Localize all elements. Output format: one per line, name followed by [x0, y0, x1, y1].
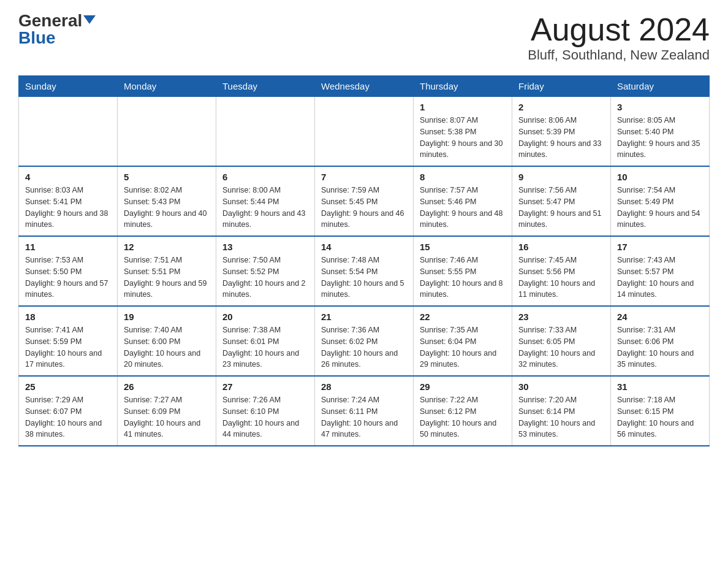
week-row-3: 11Sunrise: 7:53 AM Sunset: 5:50 PM Dayli… [19, 236, 710, 306]
calendar-cell [19, 97, 118, 167]
header-thursday: Thursday [414, 76, 512, 97]
page-subtitle: Bluff, Southland, New Zealand [528, 47, 710, 63]
title-block: August 2024 Bluff, Southland, New Zealan… [528, 12, 710, 63]
day-number: 26 [124, 381, 210, 392]
day-info: Sunrise: 7:43 AM Sunset: 5:57 PM Dayligh… [617, 255, 703, 301]
day-number: 21 [321, 312, 407, 322]
logo-triangle-icon [83, 15, 96, 24]
day-info: Sunrise: 7:27 AM Sunset: 6:09 PM Dayligh… [124, 394, 210, 440]
calendar-cell: 20Sunrise: 7:38 AM Sunset: 6:01 PM Dayli… [216, 306, 315, 376]
day-number: 10 [617, 172, 703, 182]
header-wednesday: Wednesday [315, 76, 414, 97]
calendar-cell: 19Sunrise: 7:40 AM Sunset: 6:00 PM Dayli… [118, 306, 216, 376]
day-number: 27 [222, 381, 308, 392]
day-number: 8 [420, 172, 506, 182]
day-number: 24 [617, 312, 703, 322]
page-header: General Blue August 2024 Bluff, Southlan… [18, 12, 710, 63]
day-number: 5 [124, 172, 210, 182]
calendar-cell: 26Sunrise: 7:27 AM Sunset: 6:09 PM Dayli… [118, 376, 216, 446]
day-info: Sunrise: 7:50 AM Sunset: 5:52 PM Dayligh… [222, 255, 308, 301]
day-number: 12 [124, 242, 210, 252]
calendar-cell: 4Sunrise: 8:03 AM Sunset: 5:41 PM Daylig… [19, 166, 118, 236]
calendar-cell: 21Sunrise: 7:36 AM Sunset: 6:02 PM Dayli… [315, 306, 414, 376]
week-row-4: 18Sunrise: 7:41 AM Sunset: 5:59 PM Dayli… [19, 306, 710, 376]
calendar-cell: 30Sunrise: 7:20 AM Sunset: 6:14 PM Dayli… [512, 376, 611, 446]
day-number: 9 [518, 172, 604, 182]
day-info: Sunrise: 7:18 AM Sunset: 6:15 PM Dayligh… [617, 394, 703, 440]
day-number: 30 [518, 381, 604, 392]
day-info: Sunrise: 8:03 AM Sunset: 5:41 PM Dayligh… [25, 185, 111, 231]
calendar-cell: 10Sunrise: 7:54 AM Sunset: 5:49 PM Dayli… [611, 166, 710, 236]
calendar-cell: 15Sunrise: 7:46 AM Sunset: 5:55 PM Dayli… [414, 236, 512, 306]
day-number: 13 [222, 242, 308, 252]
calendar-cell: 31Sunrise: 7:18 AM Sunset: 6:15 PM Dayli… [611, 376, 710, 446]
day-info: Sunrise: 7:57 AM Sunset: 5:46 PM Dayligh… [420, 185, 506, 231]
calendar-cell: 8Sunrise: 7:57 AM Sunset: 5:46 PM Daylig… [414, 166, 512, 236]
calendar-cell: 5Sunrise: 8:02 AM Sunset: 5:43 PM Daylig… [118, 166, 216, 236]
calendar-cell: 14Sunrise: 7:48 AM Sunset: 5:54 PM Dayli… [315, 236, 414, 306]
day-number: 29 [420, 381, 506, 392]
logo-general-text: General [18, 12, 82, 29]
day-number: 11 [25, 242, 111, 252]
calendar-cell: 3Sunrise: 8:05 AM Sunset: 5:40 PM Daylig… [611, 97, 710, 167]
calendar-cell [315, 97, 414, 167]
calendar-cell: 28Sunrise: 7:24 AM Sunset: 6:11 PM Dayli… [315, 376, 414, 446]
calendar-cell: 11Sunrise: 7:53 AM Sunset: 5:50 PM Dayli… [19, 236, 118, 306]
header-sunday: Sunday [19, 76, 118, 97]
day-number: 16 [518, 242, 604, 252]
calendar-cell [118, 97, 216, 167]
day-info: Sunrise: 7:29 AM Sunset: 6:07 PM Dayligh… [25, 394, 111, 440]
day-number: 7 [321, 172, 407, 182]
day-number: 6 [222, 172, 308, 182]
calendar-cell: 17Sunrise: 7:43 AM Sunset: 5:57 PM Dayli… [611, 236, 710, 306]
calendar-cell: 1Sunrise: 8:07 AM Sunset: 5:38 PM Daylig… [414, 97, 512, 167]
day-info: Sunrise: 7:45 AM Sunset: 5:56 PM Dayligh… [518, 255, 604, 301]
day-info: Sunrise: 7:48 AM Sunset: 5:54 PM Dayligh… [321, 255, 407, 301]
logo-blue-text: Blue [18, 29, 56, 47]
week-row-5: 25Sunrise: 7:29 AM Sunset: 6:07 PM Dayli… [19, 376, 710, 446]
day-number: 23 [518, 312, 604, 322]
page-title: August 2024 [528, 12, 710, 47]
day-info: Sunrise: 7:51 AM Sunset: 5:51 PM Dayligh… [124, 255, 210, 301]
calendar-cell: 13Sunrise: 7:50 AM Sunset: 5:52 PM Dayli… [216, 236, 315, 306]
calendar-cell: 29Sunrise: 7:22 AM Sunset: 6:12 PM Dayli… [414, 376, 512, 446]
calendar-cell: 18Sunrise: 7:41 AM Sunset: 5:59 PM Dayli… [19, 306, 118, 376]
day-info: Sunrise: 7:54 AM Sunset: 5:49 PM Dayligh… [617, 185, 703, 231]
calendar-cell: 22Sunrise: 7:35 AM Sunset: 6:04 PM Dayli… [414, 306, 512, 376]
header-saturday: Saturday [611, 76, 710, 97]
header-tuesday: Tuesday [216, 76, 315, 97]
day-number: 3 [617, 102, 703, 112]
calendar-cell [216, 97, 315, 167]
day-number: 15 [420, 242, 506, 252]
calendar-cell: 9Sunrise: 7:56 AM Sunset: 5:47 PM Daylig… [512, 166, 611, 236]
day-info: Sunrise: 7:22 AM Sunset: 6:12 PM Dayligh… [420, 394, 506, 440]
day-number: 14 [321, 242, 407, 252]
week-row-2: 4Sunrise: 8:03 AM Sunset: 5:41 PM Daylig… [19, 166, 710, 236]
day-info: Sunrise: 7:40 AM Sunset: 6:00 PM Dayligh… [124, 324, 210, 370]
day-info: Sunrise: 7:31 AM Sunset: 6:06 PM Dayligh… [617, 324, 703, 370]
day-number: 1 [420, 102, 506, 112]
header-monday: Monday [118, 76, 216, 97]
day-number: 18 [25, 312, 111, 322]
day-number: 31 [617, 381, 703, 392]
week-row-1: 1Sunrise: 8:07 AM Sunset: 5:38 PM Daylig… [19, 97, 710, 167]
calendar-cell: 2Sunrise: 8:06 AM Sunset: 5:39 PM Daylig… [512, 97, 611, 167]
day-number: 20 [222, 312, 308, 322]
calendar-cell: 24Sunrise: 7:31 AM Sunset: 6:06 PM Dayli… [611, 306, 710, 376]
day-info: Sunrise: 7:38 AM Sunset: 6:01 PM Dayligh… [222, 324, 308, 370]
day-info: Sunrise: 7:33 AM Sunset: 6:05 PM Dayligh… [518, 324, 604, 370]
day-info: Sunrise: 8:02 AM Sunset: 5:43 PM Dayligh… [124, 185, 210, 231]
day-number: 22 [420, 312, 506, 322]
day-info: Sunrise: 7:41 AM Sunset: 5:59 PM Dayligh… [25, 324, 111, 370]
day-info: Sunrise: 7:26 AM Sunset: 6:10 PM Dayligh… [222, 394, 308, 440]
logo: General Blue [18, 12, 96, 47]
day-info: Sunrise: 7:46 AM Sunset: 5:55 PM Dayligh… [420, 255, 506, 301]
day-info: Sunrise: 8:00 AM Sunset: 5:44 PM Dayligh… [222, 185, 308, 231]
day-info: Sunrise: 7:24 AM Sunset: 6:11 PM Dayligh… [321, 394, 407, 440]
header-friday: Friday [512, 76, 611, 97]
day-info: Sunrise: 7:20 AM Sunset: 6:14 PM Dayligh… [518, 394, 604, 440]
calendar-cell: 6Sunrise: 8:00 AM Sunset: 5:44 PM Daylig… [216, 166, 315, 236]
day-info: Sunrise: 7:35 AM Sunset: 6:04 PM Dayligh… [420, 324, 506, 370]
calendar-cell: 12Sunrise: 7:51 AM Sunset: 5:51 PM Dayli… [118, 236, 216, 306]
calendar-table: SundayMondayTuesdayWednesdayThursdayFrid… [18, 75, 710, 446]
